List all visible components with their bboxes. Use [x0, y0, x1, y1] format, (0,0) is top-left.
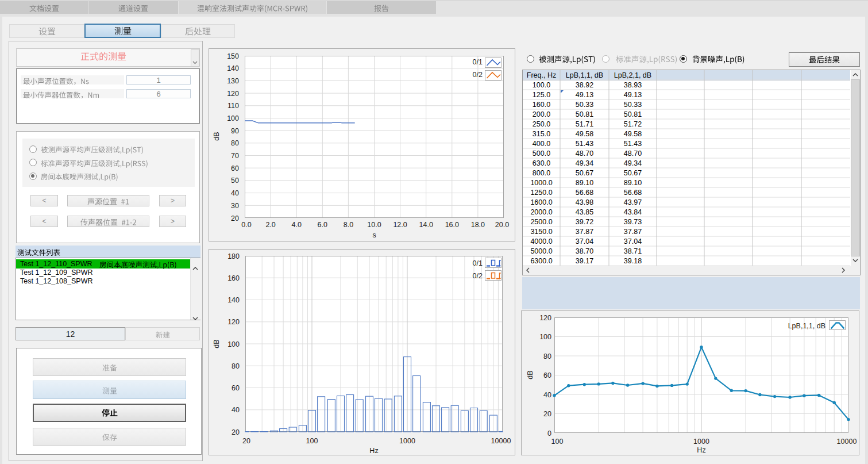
svg-text:50.67: 50.67 — [624, 169, 642, 177]
svg-text:800.0: 800.0 — [533, 169, 550, 177]
svg-text:500.0: 500.0 — [533, 149, 550, 158]
svg-text:140: 140 — [227, 296, 240, 304]
svg-text:51.72: 51.72 — [624, 120, 642, 128]
svg-text:48.70: 48.70 — [576, 149, 593, 158]
svg-text:100: 100 — [227, 340, 240, 348]
svg-text:0.0: 0.0 — [241, 221, 251, 229]
svg-text:30: 30 — [231, 202, 239, 210]
svg-text:125.0: 125.0 — [533, 91, 550, 99]
svg-text:40: 40 — [543, 391, 551, 399]
svg-text:10.0: 10.0 — [367, 221, 381, 229]
svg-text:160.0: 160.0 — [533, 101, 550, 109]
svg-text:60: 60 — [543, 371, 551, 379]
svg-text:40: 40 — [232, 406, 240, 414]
svg-text:120: 120 — [227, 318, 240, 326]
svg-text:LpB,2,1, dB: LpB,2,1, dB — [614, 71, 651, 79]
svg-text:130: 130 — [227, 77, 239, 85]
svg-text:150: 150 — [227, 52, 239, 60]
svg-text:39.72: 39.72 — [576, 218, 593, 226]
svg-text:1000: 1000 — [399, 437, 415, 445]
svg-text:160: 160 — [227, 274, 240, 282]
svg-text:dB: dB — [526, 370, 534, 379]
svg-text:50.33: 50.33 — [576, 101, 593, 109]
svg-text:400.0: 400.0 — [533, 140, 550, 148]
svg-text:14.0: 14.0 — [419, 221, 433, 229]
svg-text:50.81: 50.81 — [576, 110, 593, 118]
svg-text:8.0: 8.0 — [344, 221, 353, 229]
svg-text:1000: 1000 — [693, 438, 709, 446]
svg-text:100: 100 — [539, 333, 551, 341]
svg-text:0/1: 0/1 — [473, 259, 483, 267]
svg-text:38.93: 38.93 — [624, 81, 642, 89]
svg-text:10000: 10000 — [491, 437, 511, 445]
svg-text:50: 50 — [231, 177, 239, 185]
svg-text:Hz: Hz — [697, 446, 705, 454]
svg-text:70: 70 — [231, 152, 239, 160]
svg-text:20: 20 — [543, 410, 551, 418]
svg-text:0/2: 0/2 — [473, 71, 483, 79]
svg-text:4.0: 4.0 — [292, 221, 302, 229]
svg-text:80: 80 — [231, 139, 239, 147]
svg-text:39.17: 39.17 — [576, 257, 593, 265]
svg-text:51.43: 51.43 — [576, 140, 593, 148]
svg-text:56.68: 56.68 — [576, 189, 593, 197]
svg-text:315.0: 315.0 — [533, 130, 550, 138]
svg-text:90: 90 — [231, 127, 239, 135]
svg-text:39.73: 39.73 — [624, 218, 642, 226]
svg-text:3150.0: 3150.0 — [530, 228, 552, 236]
svg-text:20: 20 — [242, 437, 250, 445]
svg-text:630.0: 630.0 — [533, 159, 550, 167]
svg-text:120: 120 — [539, 314, 551, 322]
svg-text:20: 20 — [231, 214, 239, 223]
svg-text:18.0: 18.0 — [471, 221, 485, 229]
svg-text:5000.0: 5000.0 — [530, 247, 552, 255]
svg-text:43.98: 43.98 — [576, 198, 593, 206]
svg-text:80: 80 — [543, 352, 551, 361]
svg-text:51.71: 51.71 — [576, 120, 593, 128]
svg-text:50.81: 50.81 — [624, 110, 642, 118]
svg-text:20: 20 — [232, 428, 240, 436]
svg-text:43.97: 43.97 — [624, 198, 642, 206]
svg-text:120: 120 — [227, 90, 239, 98]
svg-text:43.85: 43.85 — [576, 208, 593, 216]
svg-text:250.0: 250.0 — [533, 120, 550, 128]
svg-text:110: 110 — [227, 102, 239, 110]
svg-text:49.13: 49.13 — [624, 91, 642, 99]
svg-text:40: 40 — [231, 189, 239, 197]
svg-text:50.33: 50.33 — [624, 101, 642, 109]
svg-text:12.0: 12.0 — [393, 221, 407, 229]
svg-text:38.70: 38.70 — [576, 247, 593, 255]
svg-text:60: 60 — [232, 384, 240, 392]
svg-text:50.67: 50.67 — [576, 169, 593, 177]
svg-text:43.84: 43.84 — [624, 208, 642, 216]
svg-text:37.87: 37.87 — [624, 228, 642, 236]
svg-text:49.13: 49.13 — [576, 91, 593, 99]
svg-text:10000: 10000 — [837, 438, 857, 446]
svg-text:80: 80 — [232, 362, 240, 370]
svg-text:6.0: 6.0 — [318, 221, 327, 229]
svg-text:4000.0: 4000.0 — [530, 237, 552, 246]
svg-text:16.0: 16.0 — [445, 221, 459, 229]
svg-text:100: 100 — [551, 438, 564, 446]
svg-text:100.0: 100.0 — [533, 81, 550, 89]
svg-text:51.43: 51.43 — [624, 140, 642, 148]
svg-text:1600.0: 1600.0 — [530, 198, 552, 206]
svg-text:180: 180 — [227, 252, 240, 260]
svg-text:49.34: 49.34 — [576, 159, 593, 167]
svg-text:56.68: 56.68 — [624, 189, 642, 197]
svg-text:100: 100 — [227, 114, 239, 122]
svg-text:39.18: 39.18 — [624, 257, 642, 265]
svg-text:89.10: 89.10 — [576, 179, 593, 187]
svg-text:100: 100 — [306, 437, 318, 445]
svg-text:6300.0: 6300.0 — [530, 257, 552, 265]
svg-text:20.0: 20.0 — [495, 221, 509, 229]
svg-text:0: 0 — [547, 430, 551, 438]
svg-text:Freq., Hz: Freq., Hz — [527, 71, 556, 79]
svg-text:38.71: 38.71 — [624, 247, 642, 255]
svg-text:1000.0: 1000.0 — [530, 179, 552, 187]
svg-text:0/2: 0/2 — [473, 272, 483, 280]
svg-text:dB: dB — [213, 132, 221, 140]
svg-text:49.58: 49.58 — [624, 130, 642, 138]
svg-text:LpB,1,1, dB: LpB,1,1, dB — [566, 71, 603, 79]
svg-text:37.04: 37.04 — [576, 237, 593, 246]
